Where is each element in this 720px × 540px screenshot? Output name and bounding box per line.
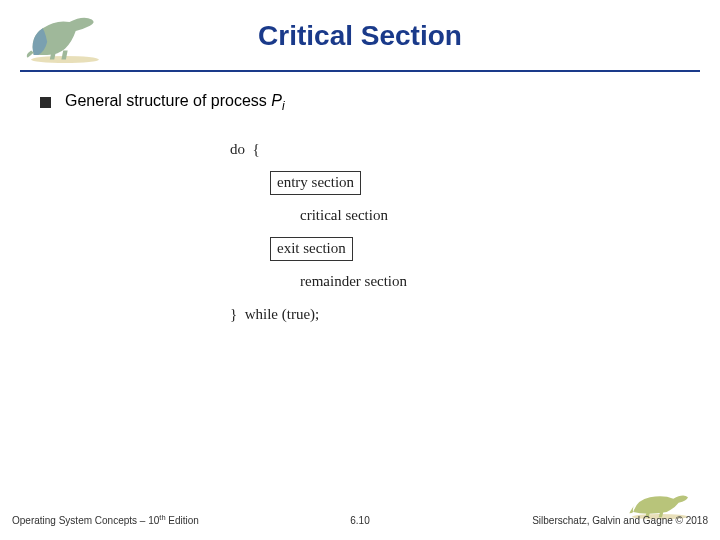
code-remainder: remainder section [230,265,490,298]
code-entry-row: entry section [230,166,490,199]
exit-section-box: exit section [270,237,353,261]
page-title: Critical Section [20,20,700,52]
bullet-text: General structure of process Pi [65,92,285,113]
content-area: General structure of process Pi do { ent… [0,72,720,331]
slide-footer: Operating System Concepts – 10th Edition… [0,492,720,532]
code-do: do { [230,133,490,166]
entry-section-box: entry section [270,171,361,195]
bullet-square-icon [40,97,51,108]
code-while: } while (true); [230,298,490,331]
bullet-item: General structure of process Pi [40,92,680,113]
bullet-prefix: General structure of process [65,92,271,109]
process-var: P [271,92,282,109]
code-figure: do { entry section critical section exit… [230,133,490,331]
footer-right: Silberschatz, Galvin and Gagne © 2018 [532,515,708,526]
code-exit-row: exit section [230,232,490,265]
slide-header: Critical Section [20,0,700,72]
process-sub: i [282,99,285,113]
code-critical: critical section [230,199,490,232]
